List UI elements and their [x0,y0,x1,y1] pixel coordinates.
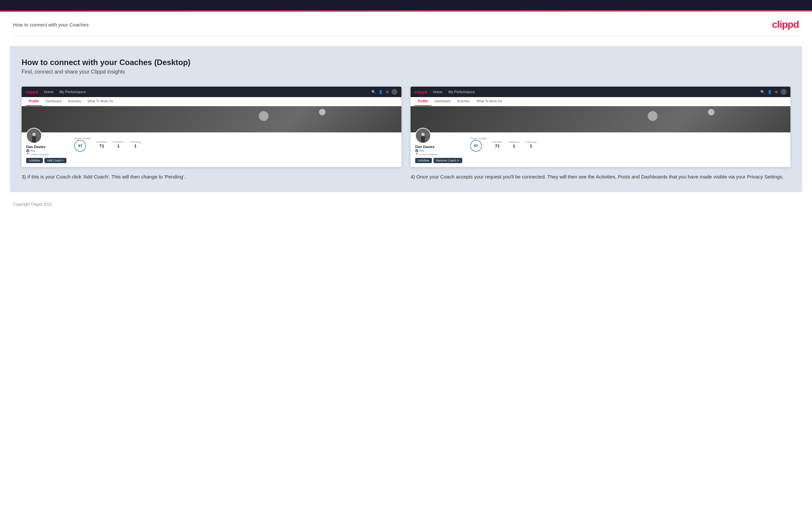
header-divider [13,36,799,36]
description-step3: 3) If this is your Coach click 'Add Coac… [21,173,401,180]
following-label-2: Following [525,140,537,144]
add-coach-label-1: Add Coach [47,159,62,162]
tab-activities-2[interactable]: Activities [454,97,473,106]
unfollow-button-2[interactable]: Unfollow [415,158,432,163]
mock-hero-circle2-1 [319,109,325,115]
tab-dashboard-1[interactable]: Dashboard [42,97,65,106]
following-stat-1: Following 1 [130,140,141,149]
tab-dashboard-2[interactable]: Dashboard [431,97,454,106]
tab-activities-1[interactable]: Activities [65,97,84,106]
following-label-1: Following [130,140,141,144]
mock-avatar-wrap-2 [415,128,462,144]
mock-logo-2: clippd [414,90,427,95]
following-value-1: 1 [130,144,141,149]
settings-icon-2: ⚙ [775,90,778,94]
screenshot-col-left: clippd Home My Performance 🔍 👤 ⚙ Profile… [21,87,401,180]
mock-profile-row-1: Dan Davies ✓ Pro 📍 United Kingdom [26,135,397,163]
add-coach-plus-1: + [62,159,64,162]
screenshot-1: clippd Home My Performance 🔍 👤 ⚙ Profile… [21,87,401,167]
location-icon-1: 📍 [26,153,30,156]
unfollow-button-1[interactable]: Unfollow [26,158,43,163]
followers-label-2: Followers [508,140,519,144]
followers-stat-1: Followers 1 [113,140,124,149]
remove-coach-x: ✕ [457,159,460,162]
mock-profile-section-1: Dan Davies ✓ Pro 📍 United Kingdom [21,132,401,167]
checkmark-1: ✓ [27,150,29,152]
search-icon-2: 🔍 [760,90,765,94]
avatar-icon-2 [780,89,786,95]
location-2: 📍 United Kingdom [415,153,462,156]
activities-stat-2: Activities 71 [492,140,503,149]
followers-label-1: Followers [113,140,124,144]
mock-avatar-wrap-1 [26,128,66,144]
description-step4: 4) Once your Coach accepts your request … [411,173,791,180]
followers-value-1: 1 [113,144,124,149]
copyright-text: Copyright Clippd 2022 [13,202,52,207]
quality-label-2: Player Quality [470,137,487,140]
add-coach-button-1[interactable]: Add Coach + [45,158,67,163]
tab-profile-2[interactable]: Profile [414,97,431,106]
tab-whattoworkon-2[interactable]: What To Work On [473,97,506,106]
remove-coach-button[interactable]: Remove Coach ✕ [434,158,462,163]
mock-nav-1: clippd Home My Performance 🔍 👤 ⚙ [21,87,401,97]
check-icon-2: ✓ [415,149,418,152]
followers-value-2: 1 [508,144,519,149]
main-content: How to connect with your Coaches (Deskto… [10,46,802,192]
activities-value-2: 71 [492,144,503,149]
screenshot-col-right: clippd Home My Performance 🔍 👤 ⚙ Profile… [411,87,791,180]
mock-stats-1: Player Quality 97 Activities 71 Follower [74,137,141,152]
remove-coach-label: Remove Coach [436,159,456,162]
avatar-head-2 [421,133,425,136]
mock-tabs-2: Profile Dashboard Activities What To Wor… [411,97,791,106]
mock-hero-img-2 [411,106,791,132]
activities-value-1: 71 [97,144,107,149]
mock-profile-row-2: Dan Davies ✓ Pro 📍 United Kingdom [415,135,786,163]
quality-stat-2: Player Quality 97 [470,137,487,152]
top-bar [0,0,812,10]
avatar-1 [26,128,42,144]
settings-icon-1: ⚙ [386,90,389,94]
following-stat-2: Following 1 [525,140,537,149]
quality-label-1: Player Quality [74,137,91,140]
mock-hero-circle-2 [648,111,658,121]
mock-hero-2 [411,106,791,132]
user-icon-2: 👤 [767,90,772,94]
check-icon-1: ✓ [26,149,30,152]
following-value-2: 1 [525,144,537,149]
location-text-1: United Kingdom [30,153,49,156]
search-icon-1: 🔍 [371,90,376,94]
location-text-2: United Kingdom [419,153,438,156]
mock-nav-home-2: Home [433,90,442,94]
pro-text-2: Pro [419,149,424,152]
mock-profile-left-2: Dan Davies ✓ Pro 📍 United Kingdom [415,135,462,163]
page-header-title: How to connect with your Coaches [13,22,89,27]
mock-hero-circle2-2 [708,109,714,115]
avatar-body-1 [32,136,36,142]
avatar-body-2 [421,136,425,142]
mock-profile-section-2: Dan Davies ✓ Pro 📍 United Kingdom [411,132,791,167]
activities-label-2: Activities [492,140,503,144]
mock-hero-1 [21,106,401,132]
quality-value-2: 97 [474,144,478,148]
mock-nav-icons-2: 🔍 👤 ⚙ [760,89,786,95]
tab-whattoworkon-1[interactable]: What To Work On [85,97,117,106]
pro-badge-2: ✓ Pro [415,149,462,152]
screenshot-2: clippd Home My Performance 🔍 👤 ⚙ Profile… [411,87,791,167]
quality-value-1: 97 [78,144,82,148]
pro-badge-1: ✓ Pro [26,149,66,152]
followers-stat-2: Followers 1 [508,140,519,149]
mock-tabs-1: Profile Dashboard Activities What To Wor… [21,97,401,106]
mock-hero-img-1 [21,106,401,132]
mock-profile-left-1: Dan Davies ✓ Pro 📍 United Kingdom [26,135,66,163]
page-header: How to connect with your Coaches clippd [0,12,812,36]
tab-profile-1[interactable]: Profile [26,97,42,106]
mock-nav-performance-2: My Performance [449,90,475,94]
location-1: 📍 United Kingdom [26,153,66,156]
mock-buttons-2: Unfollow Remove Coach ✕ [415,158,462,163]
activities-label-1: Activities [97,140,107,144]
location-icon-2: 📍 [415,153,418,156]
mock-buttons-1: Unfollow Add Coach + [26,158,66,163]
mock-stats-2: Player Quality 97 Activities 71 Follower [470,137,537,152]
avatar-icon-1 [392,89,398,95]
avatar-head-1 [33,133,36,136]
